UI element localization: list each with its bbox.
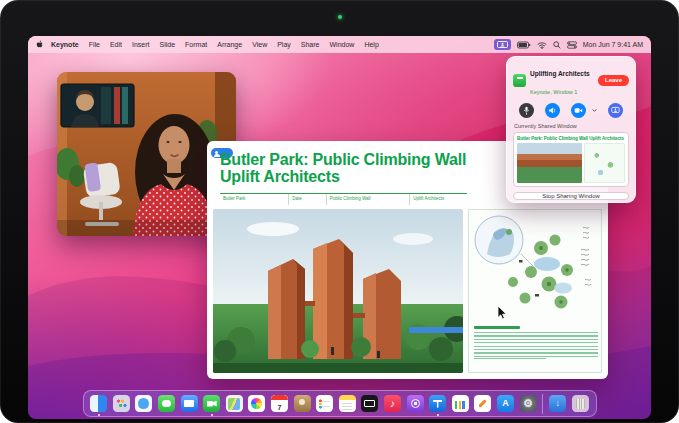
- dock-icon-system-preferences[interactable]: [520, 395, 537, 412]
- menu-bar-clock[interactable]: Mon Jun 7 9:41 AM: [583, 41, 643, 48]
- menu-format[interactable]: Format: [180, 41, 212, 48]
- keynote-app-icon: [513, 74, 526, 87]
- call-subtitle: Keynote, Window 1: [530, 89, 577, 95]
- dock-icon-calendar[interactable]: 7: [271, 395, 288, 412]
- apple-menu-icon[interactable]: [36, 40, 44, 49]
- leave-call-button[interactable]: Leave: [598, 75, 629, 86]
- spotlight-search-icon[interactable]: [553, 41, 561, 49]
- dock-icon-facetime[interactable]: [203, 395, 220, 412]
- dock-icon-downloads[interactable]: [549, 395, 566, 412]
- menu-slide[interactable]: Slide: [154, 41, 180, 48]
- dock-icon-podcasts[interactable]: [407, 395, 424, 412]
- menu-file[interactable]: File: [84, 41, 105, 48]
- dock-icon-pages[interactable]: [474, 395, 491, 412]
- table-header: Public Climbing Wall: [327, 194, 411, 205]
- battery-icon[interactable]: [517, 41, 531, 49]
- menu-share[interactable]: Share: [296, 41, 325, 48]
- wifi-icon[interactable]: [537, 41, 547, 49]
- dock-icon-app-store[interactable]: [497, 395, 514, 412]
- thumbnail-title: Butler Park: Public Climbing Wall Uplift…: [517, 136, 625, 141]
- speaker-icon: [548, 106, 557, 115]
- site-plan-drawing: [469, 210, 602, 324]
- desktop: Keynote File Edit Insert Slide Format Ar…: [28, 36, 651, 419]
- menu-insert[interactable]: Insert: [127, 41, 155, 48]
- menu-bar: Keynote File Edit Insert Slide Format Ar…: [28, 36, 651, 53]
- screen-sharing-icon[interactable]: [494, 39, 511, 50]
- mouse-cursor: [497, 306, 509, 320]
- menu-play[interactable]: Play: [272, 41, 296, 48]
- dock-icon-contacts[interactable]: [294, 395, 311, 412]
- mic-icon: [522, 106, 531, 115]
- shared-window-thumbnail[interactable]: Butler Park: Public Climbing Wall Uplift…: [513, 132, 629, 187]
- chevron-down-icon[interactable]: [592, 108, 597, 113]
- dock-icon-mail[interactable]: [181, 395, 198, 412]
- mic-mute-button[interactable]: [519, 103, 534, 118]
- shared-window-section-label: Currently Shared Window: [513, 122, 629, 132]
- dock-icon-finder[interactable]: [90, 395, 107, 412]
- site-plan-panel: [468, 209, 602, 373]
- table-header: Butler Park: [220, 194, 289, 205]
- menu-arrange[interactable]: Arrange: [212, 41, 247, 48]
- dock-icon-launchpad[interactable]: [113, 395, 130, 412]
- dock-icon-reminders[interactable]: [316, 395, 333, 412]
- table-header: Uplift Architects: [410, 194, 467, 205]
- menu-view[interactable]: View: [247, 41, 272, 48]
- dock-icon-keynote[interactable]: [429, 395, 446, 412]
- menu-keynote[interactable]: Keynote: [46, 41, 84, 48]
- dock: 7: [82, 390, 596, 417]
- dock-icon-notes[interactable]: [339, 395, 356, 412]
- dock-icon-tv[interactable]: [361, 395, 378, 412]
- table-header: Date: [289, 194, 327, 205]
- menu-edit[interactable]: Edit: [105, 41, 127, 48]
- calendar-day: 7: [271, 404, 288, 411]
- dock-icon-numbers[interactable]: [452, 395, 469, 412]
- share-screen-button[interactable]: [608, 103, 623, 118]
- dock-icon-messages[interactable]: [158, 395, 175, 412]
- plan-notes-text: [474, 326, 598, 370]
- dock-separator: [542, 394, 543, 414]
- dock-icon-trash[interactable]: [572, 395, 589, 412]
- dock-icon-safari[interactable]: [135, 395, 152, 412]
- stop-sharing-button[interactable]: Stop Sharing Window: [513, 192, 629, 200]
- video-camera-icon: [574, 106, 583, 115]
- video-button[interactable]: [571, 103, 586, 118]
- share-screen-icon: [611, 106, 620, 115]
- facetime-pip-remote: [61, 84, 134, 127]
- call-title: Uplifting Architects: [530, 70, 590, 77]
- audio-button[interactable]: [545, 103, 560, 118]
- thumbnail-plan-image: [584, 143, 625, 183]
- dock-icon-music[interactable]: [384, 395, 401, 412]
- dock-icon-photos[interactable]: [248, 395, 265, 412]
- facetime-share-popover: Uplifting Architects Keynote, Window 1 L…: [506, 56, 636, 203]
- document-info-table: Butler Park Date Public Climbing Wall Up…: [220, 193, 467, 205]
- camera-active-light: [338, 15, 342, 19]
- thumbnail-park-image: [517, 143, 582, 183]
- laptop-screenshot: Keynote File Edit Insert Slide Format Ar…: [0, 0, 679, 423]
- dock-icon-maps[interactable]: [226, 395, 243, 412]
- menu-help[interactable]: Help: [359, 41, 383, 48]
- control-center-icon[interactable]: [567, 41, 577, 49]
- park-render-image: [213, 209, 463, 373]
- menu-window[interactable]: Window: [325, 41, 360, 48]
